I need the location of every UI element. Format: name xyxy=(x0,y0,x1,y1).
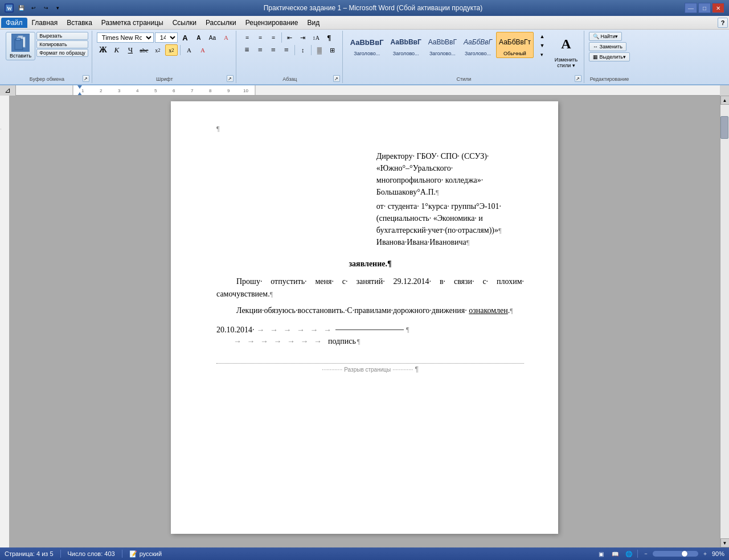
font-name-selector[interactable]: Times New Ro xyxy=(97,32,154,43)
sort-btn[interactable]: ↕A xyxy=(310,32,322,43)
text-highlight-btn[interactable]: A xyxy=(183,44,195,56)
menu-review[interactable]: Рецензирование xyxy=(241,18,303,28)
text-color-btn[interactable]: A xyxy=(196,44,209,56)
increase-indent-btn[interactable]: ⇥ xyxy=(297,32,309,43)
justify-btn[interactable]: ≡ xyxy=(280,44,293,56)
scroll-down-btn[interactable]: ▼ xyxy=(720,538,730,547)
clipboard-expander[interactable]: ↗ xyxy=(83,75,89,82)
style-normal[interactable]: АаБбВвГт Обычный xyxy=(496,32,534,58)
styles-nav: ▲ ▼ ▾ xyxy=(536,32,548,59)
scroll-thumb[interactable] xyxy=(720,116,728,139)
select-button[interactable]: ▦ Выделить ▾ xyxy=(589,52,630,61)
find-button[interactable]: 🔍 Найти ▾ xyxy=(589,32,622,41)
styles-expander[interactable]: ↗ xyxy=(575,75,581,82)
body-para1[interactable]: Прошу· отпустить· меня· с· занятий· 29.1… xyxy=(216,275,524,301)
select-dropdown[interactable]: ▾ xyxy=(623,54,626,60)
italic-btn[interactable]: К xyxy=(110,44,123,56)
shrink-font-btn[interactable]: A xyxy=(193,32,205,43)
styles-down-btn[interactable]: ▼ xyxy=(536,41,548,50)
scroll-track[interactable] xyxy=(720,105,729,538)
ruler-area: ⊿ 1 2 3 4 5 6 7 8 9 10 xyxy=(0,85,729,96)
font-size-selector[interactable]: 14 xyxy=(155,32,178,43)
paste-button[interactable]: Вставить xyxy=(6,32,35,60)
para-div3 xyxy=(311,45,312,55)
border-btn[interactable]: ⊞ xyxy=(326,44,339,56)
superscript-btn[interactable]: x2 xyxy=(165,44,178,56)
format-copy-button[interactable]: Формат по образцу xyxy=(36,49,88,57)
svg-text:3: 3 xyxy=(118,88,121,93)
menu-view[interactable]: Вид xyxy=(302,18,324,28)
align-right-btn[interactable]: ≡ xyxy=(267,44,280,56)
menu-file[interactable]: Файл xyxy=(1,18,27,28)
undo-quick-btn[interactable]: ↩ xyxy=(28,3,39,13)
minimize-btn[interactable]: — xyxy=(685,3,697,13)
menu-mailings[interactable]: Рассылки xyxy=(201,18,241,28)
customize-quick-btn[interactable]: ▾ xyxy=(54,3,62,13)
menu-references[interactable]: Ссылки xyxy=(168,18,201,28)
ruler-corner[interactable]: ⊿ xyxy=(0,85,16,96)
change-styles-icon[interactable]: A xyxy=(552,32,580,56)
status-sep3 xyxy=(637,550,638,558)
content-area[interactable]: ¶ Директору· ГБОУ· СПО· (ССУЗ)· «Южно°–°… xyxy=(9,96,720,547)
help-icon[interactable]: ? xyxy=(718,18,728,28)
close-btn[interactable]: ✕ xyxy=(712,3,724,13)
zoom-slider[interactable] xyxy=(653,551,698,557)
align-left-btn[interactable]: ≡ xyxy=(241,44,253,56)
svg-text:9: 9 xyxy=(227,88,230,93)
style-heading2[interactable]: AaBbВвГ Заголово... xyxy=(388,32,424,58)
view-reading-btn[interactable]: 📖 xyxy=(610,549,620,558)
underline-text: ознакомлен xyxy=(469,306,508,315)
replace-button[interactable]: ↔ Заменить xyxy=(589,42,626,51)
view-web-btn[interactable]: 🌐 xyxy=(624,549,634,558)
svg-text:4: 4 xyxy=(136,88,139,93)
underline-btn[interactable]: Ч xyxy=(124,44,137,56)
body-para2[interactable]: Лекции·обязуюсь·восстановить.·С·правилам… xyxy=(216,304,524,317)
menu-layout[interactable]: Разметка страницы xyxy=(97,18,168,28)
find-dropdown[interactable]: ▾ xyxy=(615,34,618,39)
style-heading1[interactable]: AaBbВвГ Заголово... xyxy=(347,32,387,58)
cut-button[interactable]: Вырезать xyxy=(36,32,88,40)
change-styles-btn: A Изменитьстили ▾ xyxy=(552,32,580,68)
font-content: Times New Ro 14 A A Аа A Ж К Ч abc x2 xyxy=(97,32,232,82)
show-marks-btn[interactable]: ¶ xyxy=(323,32,335,43)
case-btn[interactable]: Аа xyxy=(206,32,219,43)
font-expander[interactable]: ↗ xyxy=(227,75,234,82)
language-status[interactable]: 📝 русский xyxy=(129,550,162,558)
style-heading4[interactable]: АаБбВвГ Заголово... xyxy=(461,32,495,58)
save-quick-btn[interactable]: 💾 xyxy=(16,3,26,13)
left-ruler: · xyxy=(0,96,9,547)
status-sep1 xyxy=(60,550,61,558)
align-center-btn[interactable]: ≡ xyxy=(254,44,267,56)
copy-button[interactable]: Копировать xyxy=(36,40,88,48)
clear-format-btn[interactable]: A xyxy=(220,32,232,43)
style2-preview: AaBbВвГ xyxy=(391,34,421,51)
styles-up-btn[interactable]: ▲ xyxy=(536,32,548,41)
menu-insert[interactable]: Вставка xyxy=(62,18,97,28)
grow-font-btn[interactable]: A xyxy=(179,32,191,43)
strikethrough-btn[interactable]: abc xyxy=(138,44,150,56)
styles-more-btn[interactable]: ▾ xyxy=(536,50,548,59)
address-block[interactable]: Директору· ГБОУ· СПО· (ССУЗ)· «Южно°–°Ур… xyxy=(376,150,524,248)
signature-label-line: → → → → → → → подпись ¶ xyxy=(234,337,524,346)
zoom-percent[interactable]: 90% xyxy=(712,550,724,557)
redo-quick-btn[interactable]: ↪ xyxy=(41,3,51,13)
decrease-indent-btn[interactable]: ⇤ xyxy=(284,32,296,43)
menu-home[interactable]: Главная xyxy=(27,18,63,28)
numbered-list-btn[interactable]: ≡ xyxy=(254,32,267,43)
view-normal-btn[interactable]: ▣ xyxy=(596,549,607,558)
line-spacing-btn[interactable]: ↕ xyxy=(297,44,309,56)
style3-preview: AaBbВвГ xyxy=(428,34,457,51)
para-expander[interactable]: ↗ xyxy=(333,75,340,82)
document-page[interactable]: ¶ Директору· ГБОУ· СПО· (ССУЗ)· «Южно°–°… xyxy=(171,101,558,534)
subscript-btn[interactable]: x2 xyxy=(151,44,164,56)
multilevel-list-btn[interactable]: ≡ xyxy=(267,32,280,43)
bullet-list-btn[interactable]: ≡ xyxy=(241,32,253,43)
bold-btn[interactable]: Ж xyxy=(97,44,109,56)
zoom-in-btn[interactable]: ＋ xyxy=(701,550,710,558)
scroll-up-btn[interactable]: ▲ xyxy=(720,96,730,105)
change-styles-label: Изменитьстили ▾ xyxy=(552,57,580,68)
shading-btn[interactable]: ▓ xyxy=(313,44,326,56)
style-heading3[interactable]: AaBbВвГ Заголово... xyxy=(425,32,460,58)
zoom-out-btn[interactable]: － xyxy=(641,550,650,558)
maximize-btn[interactable]: □ xyxy=(698,3,711,13)
